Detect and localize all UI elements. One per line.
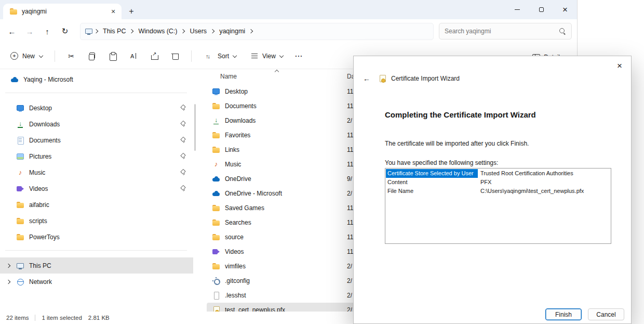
file-icon bbox=[212, 146, 220, 154]
certificate-import-wizard-dialog: Certificate Import Wizard Completing the… bbox=[353, 56, 632, 324]
file-date: 2/ bbox=[347, 190, 352, 197]
settings-row[interactable]: Certificate Store Selected by User Trust… bbox=[386, 169, 610, 178]
sidebar-item[interactable]: Pictures bbox=[0, 148, 193, 164]
sidebar-item-this-pc[interactable]: This PC bbox=[0, 257, 193, 274]
this-pc-icon bbox=[85, 27, 93, 35]
chevron-expand-icon[interactable] bbox=[5, 263, 11, 269]
file-icon bbox=[212, 175, 220, 183]
sidebar-item[interactable]: PowerToys bbox=[0, 229, 193, 245]
chevron-right-icon bbox=[209, 28, 217, 35]
file-name: source bbox=[225, 234, 342, 241]
pin-icon bbox=[180, 169, 186, 176]
sidebar-item-onedrive[interactable]: Yaqing - Microsoft bbox=[0, 72, 193, 87]
file-date: 11 bbox=[347, 146, 353, 153]
sidebar-item-label: Network bbox=[29, 278, 52, 286]
cut-button[interactable] bbox=[61, 47, 81, 65]
settings-row[interactable]: Content PFX bbox=[386, 178, 610, 187]
sidebar-item[interactable]: Desktop bbox=[0, 100, 193, 116]
tab-title: yaqingmi bbox=[22, 8, 104, 15]
file-icon bbox=[212, 291, 220, 300]
cancel-button[interactable]: Cancel bbox=[588, 308, 624, 320]
sidebar-item[interactable]: Videos bbox=[0, 180, 193, 197]
new-button[interactable]: New bbox=[5, 48, 48, 64]
file-name: .gitconfig bbox=[225, 277, 342, 284]
breadcrumb-item-label[interactable]: Windows (C:) bbox=[136, 26, 180, 36]
sidebar-item-label: Pictures bbox=[29, 153, 51, 160]
breadcrumb-item[interactable]: This PC bbox=[100, 26, 136, 36]
pin-icon bbox=[180, 185, 186, 192]
new-tab-button[interactable] bbox=[124, 4, 139, 19]
rename-icon bbox=[129, 52, 138, 60]
sidebar: Yaqing - Microsoft Desktop Downloads bbox=[0, 70, 193, 310]
search-box[interactable] bbox=[439, 23, 572, 40]
breadcrumb-item[interactable]: Windows (C:) bbox=[136, 26, 187, 36]
file-date: 11 bbox=[347, 102, 353, 110]
rename-button[interactable] bbox=[124, 47, 143, 65]
sidebar-item[interactable]: Documents bbox=[0, 132, 193, 148]
breadcrumb-item-label[interactable]: This PC bbox=[100, 26, 128, 36]
delete-icon bbox=[171, 52, 179, 60]
file-name: Saved Games bbox=[225, 204, 342, 212]
close-button[interactable] bbox=[553, 0, 577, 19]
breadcrumb-item-label[interactable]: Users bbox=[187, 26, 209, 36]
sort-icon bbox=[206, 52, 214, 60]
share-icon bbox=[150, 52, 158, 60]
file-icon bbox=[212, 131, 220, 139]
breadcrumb-item-label[interactable]: yaqingmi bbox=[217, 26, 248, 36]
dialog-buttons: Finish Cancel bbox=[545, 308, 624, 320]
file-name: .lesshst bbox=[225, 292, 342, 299]
chevron-slot bbox=[5, 170, 11, 176]
pin-icon bbox=[180, 137, 186, 144]
file-name: vimfiles bbox=[225, 263, 342, 270]
sidebar-item-icon bbox=[16, 104, 24, 112]
explorer-tab[interactable]: yaqingmi bbox=[3, 4, 122, 19]
minimize-button[interactable] bbox=[505, 0, 529, 19]
name-column-header[interactable]: Name bbox=[206, 73, 347, 80]
back-button[interactable] bbox=[3, 22, 21, 40]
finish-button[interactable]: Finish bbox=[545, 308, 582, 320]
file-name: Links bbox=[225, 146, 342, 153]
tab-close-icon[interactable] bbox=[108, 6, 118, 17]
refresh-button[interactable] bbox=[56, 22, 74, 40]
settings-row[interactable]: File Name C:\Users\yaqingmi\test_cert_ne… bbox=[386, 187, 610, 196]
sidebar-item[interactable]: scripts bbox=[0, 213, 193, 229]
sidebar-item-network[interactable]: Network bbox=[0, 274, 193, 290]
close-icon bbox=[617, 61, 622, 70]
file-date: 11 bbox=[347, 234, 353, 241]
view-icon bbox=[250, 52, 259, 60]
sidebar-item-icon bbox=[16, 233, 24, 241]
up-button[interactable] bbox=[38, 22, 56, 40]
toolbar-separator bbox=[191, 50, 192, 62]
file-name: Music bbox=[225, 161, 342, 168]
forward-button[interactable] bbox=[21, 22, 38, 40]
setting-value: Trusted Root Certification Authorities bbox=[478, 169, 610, 178]
dialog-back-button[interactable] bbox=[360, 73, 373, 84]
maximize-button[interactable] bbox=[529, 0, 553, 19]
sidebar-item-icon bbox=[16, 136, 24, 145]
view-button[interactable]: View bbox=[246, 48, 288, 64]
sidebar-item[interactable]: aifabric bbox=[0, 197, 193, 213]
dialog-close-button[interactable] bbox=[612, 59, 627, 72]
sidebar-item-label: scripts bbox=[29, 217, 47, 225]
chevron-expand-icon[interactable] bbox=[5, 279, 11, 285]
sidebar-item[interactable]: Downloads bbox=[0, 116, 193, 132]
file-name: Searches bbox=[225, 219, 342, 226]
more-options-button[interactable] bbox=[289, 47, 309, 65]
chevron-down-icon bbox=[39, 54, 43, 58]
sidebar-item[interactable]: Music bbox=[0, 164, 193, 180]
folder-icon bbox=[9, 7, 18, 16]
paste-button[interactable] bbox=[103, 47, 123, 65]
sidebar-item-label: Desktop bbox=[29, 105, 52, 112]
sidebar-scrollbar[interactable] bbox=[194, 104, 196, 151]
breadcrumb-item[interactable]: yaqingmi bbox=[217, 26, 255, 36]
breadcrumb[interactable]: This PC Windows (C:) Users yaqingmi bbox=[80, 23, 434, 40]
copy-button[interactable] bbox=[82, 47, 102, 65]
sidebar-item-icon bbox=[16, 169, 24, 177]
search-input[interactable] bbox=[445, 28, 559, 35]
delete-button[interactable] bbox=[165, 47, 185, 65]
sort-button[interactable]: Sort bbox=[201, 48, 242, 64]
settings-list[interactable]: Certificate Store Selected by User Trust… bbox=[385, 168, 611, 244]
share-button[interactable] bbox=[144, 47, 164, 65]
breadcrumb-item[interactable]: Users bbox=[187, 26, 217, 36]
pin-icon bbox=[180, 105, 186, 111]
